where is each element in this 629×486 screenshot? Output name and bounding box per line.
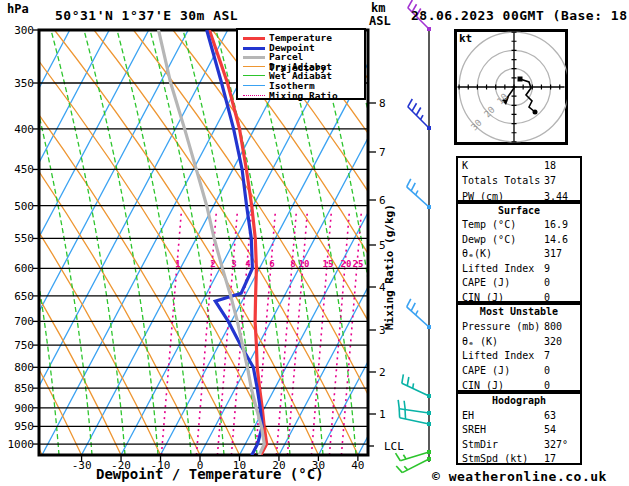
panel-row-label: K	[462, 158, 468, 173]
panel-row: Lifted Index7	[458, 349, 580, 364]
panel-section-header: Surface	[458, 204, 580, 218]
km-tick-label: 7	[379, 146, 386, 159]
pressure-tick-label: 850	[2, 382, 34, 395]
panel-row-value: 7	[544, 349, 550, 364]
panel-row: Pressure (mb)800	[458, 320, 580, 335]
wind-barb	[407, 179, 431, 209]
pressure-tick-label: 450	[2, 163, 34, 176]
panel-row: StmDir327°	[458, 438, 580, 453]
panel-row-value: 0	[544, 276, 550, 290]
wind-barb	[396, 457, 431, 473]
panel-row-value: 54	[544, 423, 556, 438]
run-title: 28.06.2023 00GMT (Base: 18)	[411, 8, 629, 23]
panel-row: Totals Totals37	[458, 173, 580, 188]
pressure-tick-label: 750	[2, 339, 34, 352]
mixing-ratio-line-icon	[243, 95, 265, 96]
pressure-tick-label: 350	[2, 77, 34, 90]
panel-row: SREH54	[458, 423, 580, 438]
mixing-ratio-value: 25	[351, 259, 365, 269]
panel-row-label: θₑ(K)	[462, 247, 492, 261]
pressure-tick-label: 400	[2, 123, 34, 136]
panel-row-label: Pressure (mb)	[462, 320, 540, 335]
panel-row-label: SREH	[462, 423, 486, 438]
panel-row: Dewp (°C)14.6	[458, 233, 580, 247]
pressure-tick-label: 550	[2, 232, 34, 245]
pressure-tick-label: 800	[2, 361, 34, 374]
panel-row-value: 37	[544, 173, 556, 188]
station-title: 50°31'N 1°37'E 30m ASL	[55, 8, 238, 23]
panel-section-1: SurfaceTemp (°C)16.9Dewp (°C)14.6θₑ(K)31…	[456, 202, 582, 303]
pressure-tick-label: 650	[2, 290, 34, 303]
panel-row: CAPE (J)0	[458, 276, 580, 290]
panel-row-label: Temp (°C)	[462, 218, 516, 232]
panel-row-value: 800	[544, 320, 562, 335]
mixing-ratio-value: 3	[227, 259, 241, 269]
dewpoint-line-icon	[243, 47, 265, 50]
pressure-tick-label: 950	[2, 420, 34, 433]
altitude-unit-km: km	[371, 1, 385, 15]
temp-tick-label: -30	[68, 459, 96, 472]
mixing-ratio-value: 2	[206, 259, 220, 269]
panel-row-value: 16.9	[544, 218, 568, 232]
panel-row-value: 320	[544, 335, 562, 350]
panel-row-value: 317	[544, 247, 562, 261]
panel-row: EH63	[458, 409, 580, 424]
km-tick-label: 1	[379, 408, 386, 421]
hodograph-unit-label: kt	[459, 32, 472, 45]
panel-row-label: Lifted Index	[462, 262, 534, 276]
panel-row-label: θₑ (K)	[462, 335, 498, 350]
mixing-axis-label: Mixing Ratio (g/kg)	[383, 204, 396, 330]
wind-barb	[398, 400, 431, 415]
mixing-ratio-value: 6	[265, 259, 279, 269]
mixing-ratio-value: 4	[241, 259, 255, 269]
panel-row-value: 9	[544, 262, 550, 276]
wind-barb	[402, 374, 431, 398]
pressure-unit-label: hPa	[7, 2, 29, 16]
panel-row-value: 0	[544, 364, 550, 379]
isotherm-line-icon	[243, 85, 265, 86]
pressure-tick-label: 900	[2, 402, 34, 415]
panel-section-header: Most Unstable	[458, 305, 580, 320]
pressure-tick-label: 600	[2, 262, 34, 275]
panel-row: θₑ (K)320	[458, 335, 580, 350]
pressure-tick-label: 500	[2, 200, 34, 213]
panel-row: Temp (°C)16.9	[458, 218, 580, 232]
panel-row: Lifted Index9	[458, 262, 580, 276]
panel-row: θₑ(K)317	[458, 247, 580, 261]
panel-section-0: K18Totals Totals37PW (cm)3.44	[456, 156, 582, 202]
panel-row-label: EH	[462, 409, 474, 424]
panel-row-label: Totals Totals	[462, 173, 540, 188]
panel-row: K18	[458, 158, 580, 173]
legend-row-mixing-ratio: Mixing Ratio	[238, 91, 364, 101]
mixing-ratio-value: 10	[297, 259, 311, 269]
wind-barb-staff	[396, 0, 431, 473]
legend-label-mixing-ratio: Mixing Ratio	[269, 90, 338, 101]
km-tick-label: 8	[379, 97, 386, 110]
panel-section-2: Most UnstablePressure (mb)800θₑ (K)320Li…	[456, 303, 582, 392]
pressure-tick-label: 1000	[2, 438, 34, 451]
pressure-tick-label: 700	[2, 315, 34, 328]
panel-row-value: 63	[544, 409, 556, 424]
km-tick-label: 2	[379, 366, 386, 379]
wet-adiabat-line-icon	[243, 75, 265, 76]
wind-barb	[407, 299, 431, 329]
panel-row-label: CAPE (J)	[462, 276, 510, 290]
copyright-footer: © weatheronline.co.uk	[432, 469, 607, 484]
dry-adiabat-line-icon	[243, 66, 265, 67]
panel-row-label: CAPE (J)	[462, 364, 510, 379]
panel-row-value: 17	[544, 452, 556, 467]
mixing-ratio-value: 15	[321, 259, 335, 269]
wind-barb	[408, 99, 431, 130]
panel-row-label: StmSpd (kt)	[462, 452, 528, 467]
x-axis-label: Dewpoint / Temperature (°C)	[96, 466, 324, 482]
temp-tick-label: 40	[344, 459, 372, 472]
panel-section-header: Hodograph	[458, 394, 580, 409]
parcel-line-icon	[243, 56, 265, 59]
panel-row-label: Lifted Index	[462, 349, 534, 364]
panel-row: StmSpd (kt)17	[458, 452, 580, 467]
panel-row: CAPE (J)0	[458, 364, 580, 379]
skewt-sounding-page: hPa 50°31'N 1°37'E 30m ASL km ASL 28.06.…	[0, 0, 629, 486]
panel-row-label: StmDir	[462, 438, 498, 453]
panel-section-3: HodographEH63SREH54StmDir327°StmSpd (kt)…	[456, 392, 582, 465]
panel-row-label: Dewp (°C)	[462, 233, 516, 247]
